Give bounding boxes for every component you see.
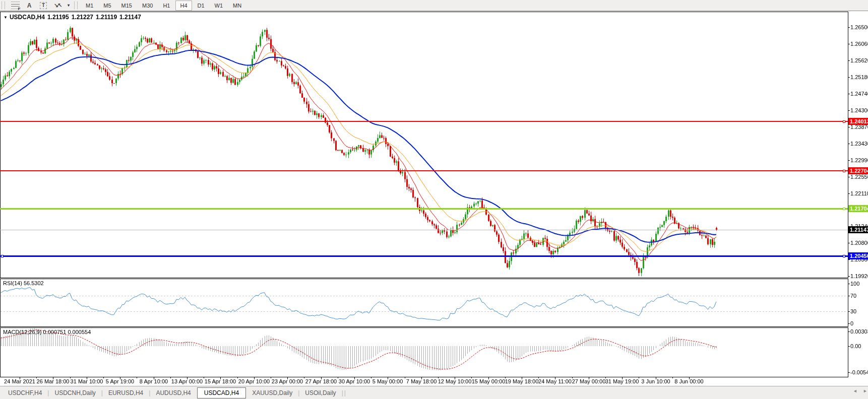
tab-scroll-left-button[interactable]: ◄ — [853, 388, 857, 393]
price-line-label-box: 1.24013 — [848, 118, 868, 125]
price-axis-label: 1.22550 — [850, 174, 868, 180]
time-axis-label: 27 May 00:00 — [572, 378, 606, 384]
price-axis-label: 1.23430 — [850, 141, 868, 147]
time-axis-label: 3 Jun 10:00 — [641, 378, 670, 384]
time-axis-label: 15 May 00:00 — [472, 378, 506, 384]
time-axis-label: 5 Apr 19:00 — [106, 378, 134, 384]
time-axis-label: 5 May 00:00 — [373, 378, 403, 384]
horizontal-line-1.24013[interactable] — [0, 121, 848, 122]
tab-usdchf-h4[interactable]: USDCHF,H4 — [3, 388, 47, 398]
tab-usdcnh-daily[interactable]: USDCNH,Daily — [49, 388, 100, 398]
tab-scroll-right-button[interactable]: ► — [863, 388, 867, 393]
line-handle[interactable] — [843, 170, 845, 172]
bid-price-label-box: 1.21147 — [848, 226, 868, 233]
time-axis-label: 19 May 18:00 — [505, 378, 539, 384]
line-handle[interactable] — [843, 208, 845, 210]
bar-high: 1.21227 — [72, 14, 93, 21]
time-axis-label: 12 May 10:00 — [438, 378, 472, 384]
tab-separator: | — [344, 389, 346, 396]
time-axis-label: 7 May 18:00 — [406, 378, 437, 384]
price-axis-label: 1.26060 — [850, 41, 868, 47]
line-handle[interactable] — [843, 120, 845, 123]
time-axis-label: 27 Apr 18:00 — [305, 378, 337, 384]
tab-audusd-h4[interactable]: AUDUSD,H4 — [151, 388, 196, 398]
rsi-label: RSI(14) 56.5302 — [3, 280, 44, 286]
price-chart-canvas[interactable] — [0, 0, 868, 399]
bid-price-line — [0, 230, 848, 230]
time-axis-label: 13 Apr 00:00 — [171, 378, 203, 384]
price-line-label-box: 1.21704 — [848, 205, 868, 212]
chart-dropdown-icon[interactable]: ▼ — [4, 15, 8, 20]
time-axis-label: 8 Jun 00:00 — [674, 378, 704, 384]
chart-symbol-period: USDCAD,H4 — [10, 14, 45, 21]
time-axis-label: 31 May 19:00 — [605, 378, 639, 384]
price-line-label-box: 1.20456 — [848, 252, 868, 259]
time-axis-label: 20 Apr 10:00 — [238, 378, 270, 384]
rsi-axis-label: 30 — [850, 308, 856, 314]
time-axis-label: 15 Apr 18:00 — [205, 378, 236, 384]
price-axis-label: 1.24740 — [850, 91, 868, 97]
bar-open: 1.21195 — [47, 14, 69, 21]
price-axis-label: 1.25180 — [850, 74, 868, 80]
time-axis-label: 30 Apr 10:00 — [339, 378, 370, 384]
rsi-axis-label: 70 — [850, 293, 856, 299]
symbol-tab-bar: USDCHF,H4|USDCNH,Daily|EURUSD,H4|AUDUSD,… — [0, 386, 868, 399]
time-axis-label: 8 Apr 10:00 — [140, 378, 168, 384]
tab-eurusd-h4[interactable]: EURUSD,H4 — [103, 388, 148, 398]
macd-axis-label: -0.00542 — [850, 369, 868, 375]
time-axis-label: 24 May 11:00 — [538, 378, 572, 384]
tab-xauusd-daily[interactable]: XAUUSD,Daily — [247, 388, 297, 398]
bar-close: 1.21147 — [119, 14, 141, 21]
price-axis-label: 1.22110 — [850, 190, 868, 196]
time-axis-label: 23 Apr 00:00 — [272, 378, 303, 384]
chart-title[interactable]: ▼USDCAD,H41.211951.212271.211191.21147 — [4, 14, 144, 21]
horizontal-line-1.21704[interactable] — [0, 208, 848, 210]
price-axis-label: 1.22990 — [850, 157, 868, 163]
time-axis-label: 24 Mar 2021 — [4, 378, 35, 384]
bar-low: 1.21119 — [96, 14, 117, 21]
line-handle[interactable] — [1, 255, 4, 257]
line-handle[interactable] — [843, 255, 845, 257]
macd-axis-label: 0.00 — [850, 343, 861, 349]
time-axis-label: 31 Mar 10:00 — [71, 378, 103, 384]
tab-usdcad-h4[interactable]: USDCAD,H4 — [197, 387, 246, 398]
price-axis-label: 1.25620 — [850, 57, 868, 63]
horizontal-line-1.20456[interactable] — [0, 255, 848, 257]
price-line-label-box: 1.22704 — [848, 167, 868, 174]
time-axis-label: 26 Mar 18:00 — [37, 378, 70, 384]
mt4-window: F A T ↘↖ ▾ M1M5M15M30H1H4D1W1MN ▼USDCAD,… — [0, 0, 868, 399]
rsi-axis-label: 100 — [850, 281, 859, 287]
price-axis-label: 1.24300 — [850, 107, 868, 113]
price-axis-label: 1.26500 — [850, 24, 868, 30]
tab-usoil-daily[interactable]: USOil,Daily — [300, 388, 341, 398]
price-axis-label: 1.20800 — [850, 240, 868, 246]
macd-axis-label: 0.003035 — [850, 328, 868, 335]
rsi-axis-label: 0 — [850, 320, 853, 326]
horizontal-line-1.22704[interactable] — [0, 170, 848, 171]
macd-label: MACD(12,26,9) 0.000751 0.000554 — [3, 329, 91, 335]
price-axis-label: 1.19920 — [850, 273, 868, 279]
